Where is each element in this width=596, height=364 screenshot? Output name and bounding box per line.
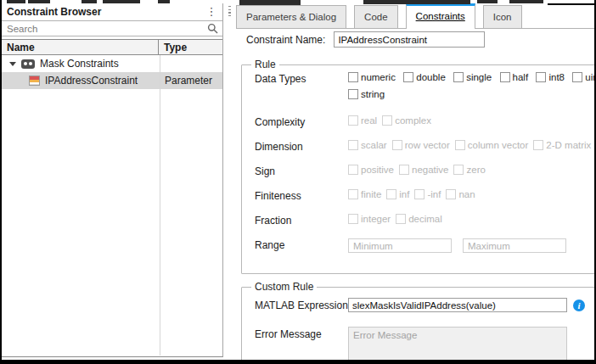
- checkbox-zero: [453, 165, 464, 175]
- range-row: Range: [255, 238, 596, 253]
- matlab-expression-row: MATLAB Expression i: [255, 298, 596, 312]
- range-maximum-input: [463, 238, 566, 253]
- checkbox-neg-inf: [414, 189, 425, 199]
- panel-header: Constraint Browser: [2, 3, 222, 20]
- matlab-expression-label: MATLAB Expression: [255, 300, 348, 311]
- search-bar: [2, 20, 222, 36]
- tree-row-label: Mask Constraints: [40, 58, 119, 70]
- data-types-label: Data Types: [255, 72, 348, 85]
- checkbox-2d-matrix: [533, 140, 543, 150]
- fraction-row: Fraction integer decimal: [255, 214, 596, 227]
- constraint-name-input[interactable]: [334, 31, 485, 48]
- mask-constraints-icon: [21, 59, 35, 69]
- type-cell: Parameter: [165, 72, 212, 89]
- checkbox-positive: [348, 165, 358, 175]
- error-message-textarea[interactable]: [348, 327, 567, 364]
- checkbox-double[interactable]: [403, 72, 413, 82]
- checkbox-string[interactable]: [348, 89, 358, 99]
- checkbox-int8[interactable]: [536, 72, 546, 82]
- data-types-row: Data Types numeric double single half in…: [255, 72, 596, 102]
- matlab-expression-input[interactable]: [348, 298, 567, 312]
- checkbox-uint8[interactable]: [572, 72, 582, 82]
- rule-section: Rule Data Types numeric double single ha…: [241, 59, 596, 274]
- checkbox-column-vector: [455, 140, 465, 150]
- checkbox-complex: [382, 115, 392, 126]
- error-message-label: Error Message: [255, 327, 348, 340]
- constraint-icon: [29, 76, 40, 86]
- checkbox-finite: [348, 189, 358, 199]
- custom-rule-section: Custom Rule MATLAB Expression i Error Me…: [241, 281, 596, 364]
- table-header: Name Type: [2, 39, 222, 55]
- cropped-content-fragment: [239, 0, 301, 5]
- rule-legend: Rule: [251, 59, 279, 70]
- tree-row-mask-constraints[interactable]: Mask Constraints: [2, 55, 222, 72]
- cropped-content-fragment: [509, 0, 543, 3]
- tab-code[interactable]: Code: [354, 5, 398, 28]
- cropped-content-fragment: [82, 0, 97, 3]
- search-input[interactable]: [2, 21, 222, 36]
- kebab-menu-icon[interactable]: [205, 5, 217, 19]
- cropped-content-fragment: [363, 0, 470, 4]
- checkbox-inf: [386, 189, 396, 199]
- custom-rule-legend: Custom Rule: [251, 281, 317, 293]
- constraint-browser-panel: Constraint Browser Name Type Mask Constr…: [2, 3, 223, 357]
- expand-triangle-icon[interactable]: [9, 62, 16, 66]
- range-minimum-input: [348, 238, 452, 253]
- cropped-content-fragment: [548, 3, 596, 5]
- checkbox-decimal: [396, 214, 406, 224]
- checkbox-row-vector: [392, 140, 402, 150]
- cropped-content-fragment: [28, 0, 50, 3]
- constraint-name-row: Constraint Name:: [246, 31, 485, 48]
- checkbox-single[interactable]: [453, 72, 464, 82]
- error-message-row: Error Message: [255, 327, 596, 364]
- pane-drag-handle[interactable]: [228, 6, 231, 18]
- tree-row-ipaddressconstraint[interactable]: IPAddressConstraint Parameter: [2, 72, 222, 89]
- finiteness-row: Finiteness finite inf -inf nan: [255, 189, 596, 202]
- search-icon: [207, 23, 218, 34]
- tab-bar: Parameters & Dialog Code Constraints Ico…: [236, 3, 594, 29]
- tab-parameters-dialog[interactable]: Parameters & Dialog: [236, 5, 346, 28]
- cropped-content-fragment: [7, 0, 25, 3]
- checkbox-scalar: [348, 140, 358, 150]
- column-divider: [160, 55, 160, 356]
- tree-row-label: IPAddressConstraint: [45, 75, 138, 87]
- complexity-label: Complexity: [255, 115, 348, 128]
- checkbox-real: [348, 115, 358, 126]
- fraction-label: Fraction: [255, 214, 348, 227]
- checkbox-integer: [348, 214, 358, 224]
- checkbox-negative: [399, 165, 409, 175]
- complexity-row: Complexity real complex: [255, 115, 596, 128]
- checkbox-half[interactable]: [500, 72, 510, 82]
- cropped-content-fragment: [158, 0, 170, 3]
- column-header-name[interactable]: Name: [2, 42, 158, 53]
- checkbox-nan: [446, 189, 456, 199]
- sign-row: Sign positive negative zero: [255, 165, 596, 177]
- finiteness-label: Finiteness: [255, 189, 348, 202]
- checkbox-numeric[interactable]: [348, 72, 358, 82]
- data-types-checkbox-group: numeric double single half int8 uint8 in…: [348, 72, 596, 102]
- cropped-content-fragment: [103, 0, 140, 3]
- sign-label: Sign: [255, 165, 348, 177]
- info-icon[interactable]: i: [573, 300, 585, 311]
- constraint-name-label: Constraint Name:: [246, 34, 325, 46]
- column-header-type[interactable]: Type: [158, 40, 222, 54]
- mask-editor-window: Constraint Browser Name Type Mask Constr…: [0, 0, 596, 364]
- panel-title: Constraint Browser: [7, 6, 205, 18]
- dimension-row: Dimension scalar row vector column vecto…: [255, 140, 596, 153]
- range-label: Range: [255, 238, 348, 251]
- tab-icon[interactable]: Icon: [483, 5, 522, 28]
- cropped-content-fragment: [477, 0, 498, 3]
- tab-constraints[interactable]: Constraints: [406, 3, 475, 29]
- dimension-label: Dimension: [255, 140, 348, 153]
